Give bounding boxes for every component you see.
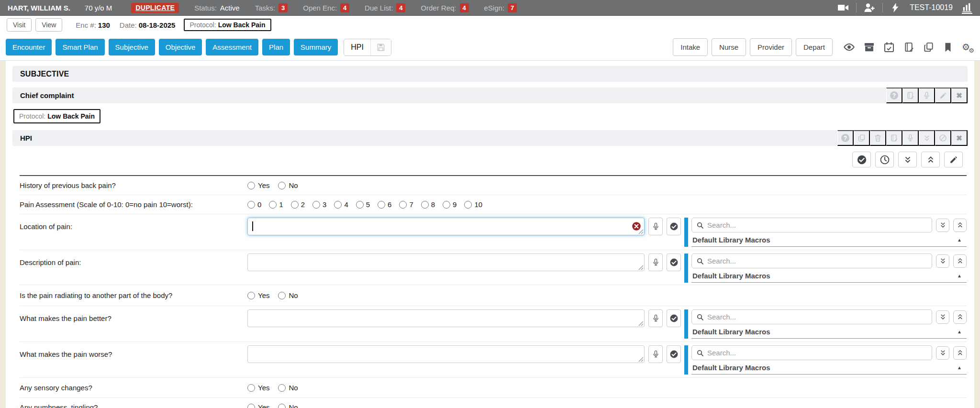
depart-button[interactable]: Depart bbox=[796, 38, 833, 56]
tasks-count-badge[interactable]: 3 bbox=[278, 3, 288, 12]
confirm-check-button[interactable] bbox=[667, 218, 681, 235]
radio-no[interactable]: No bbox=[278, 403, 298, 408]
tab-smart-plan[interactable]: Smart Plan bbox=[56, 39, 104, 55]
expand-all-button[interactable] bbox=[898, 152, 917, 167]
collapse-triangle-icon[interactable]: ▲ bbox=[957, 365, 962, 370]
radio-circle[interactable] bbox=[334, 201, 342, 209]
radio-circle[interactable] bbox=[278, 182, 286, 189]
radio-circle[interactable] bbox=[278, 292, 286, 299]
macros-group-header[interactable]: Default Library Macros ▲ bbox=[691, 360, 967, 374]
provider-button[interactable]: Provider bbox=[750, 38, 792, 56]
video-call-icon[interactable] bbox=[837, 2, 849, 13]
collapse-macros-button[interactable] bbox=[953, 310, 967, 324]
nurse-button[interactable]: Nurse bbox=[712, 38, 746, 56]
radio-circle[interactable] bbox=[356, 201, 364, 209]
macros-group-header[interactable]: Default Library Macros ▲ bbox=[691, 324, 967, 338]
resize-grip[interactable] bbox=[638, 356, 644, 362]
macro-search-input[interactable] bbox=[707, 313, 927, 321]
radio-scale-8[interactable]: 8 bbox=[421, 200, 435, 209]
collapse-chevrons-icon[interactable] bbox=[919, 130, 935, 146]
radio-no[interactable]: No bbox=[278, 181, 298, 189]
protocol-chip[interactable]: Protocol:Low Back Pain bbox=[13, 109, 100, 123]
radio-circle[interactable] bbox=[443, 201, 450, 209]
radio-scale-7[interactable]: 7 bbox=[399, 200, 413, 209]
dictate-mic-button[interactable] bbox=[648, 254, 663, 271]
radio-scale-1[interactable]: 1 bbox=[269, 200, 283, 209]
radio-yes[interactable]: Yes bbox=[247, 181, 269, 189]
radio-circle[interactable] bbox=[291, 201, 299, 209]
radio-scale-10[interactable]: 10 bbox=[464, 200, 482, 209]
pain-worse-input[interactable] bbox=[247, 345, 645, 363]
intake-button[interactable]: Intake bbox=[673, 38, 708, 56]
help-icon[interactable]: ? bbox=[837, 130, 854, 146]
radio-circle[interactable] bbox=[247, 201, 255, 209]
collapse-triangle-icon[interactable]: ▲ bbox=[957, 329, 962, 334]
archive-box-icon[interactable] bbox=[864, 42, 875, 53]
expand-macros-button[interactable] bbox=[936, 254, 949, 268]
save-button[interactable] bbox=[370, 39, 391, 55]
radio-circle[interactable] bbox=[247, 384, 255, 392]
description-of-pain-input[interactable] bbox=[247, 254, 645, 271]
esign-count-badge[interactable]: 7 bbox=[508, 3, 517, 12]
tab-assessment[interactable]: Assessment bbox=[206, 39, 258, 55]
edit-pencil-icon[interactable] bbox=[935, 88, 951, 103]
radio-scale-2[interactable]: 2 bbox=[291, 200, 305, 209]
resize-grip[interactable] bbox=[638, 229, 644, 234]
radio-circle[interactable] bbox=[278, 404, 286, 408]
collapse-triangle-icon[interactable]: ▲ bbox=[957, 273, 962, 278]
microphone-icon[interactable] bbox=[902, 130, 919, 146]
macros-group-header[interactable]: Default Library Macros ▲ bbox=[691, 232, 967, 246]
radio-scale-5[interactable]: 5 bbox=[356, 200, 370, 209]
eye-preview-icon[interactable] bbox=[843, 41, 855, 53]
collapse-all-button[interactable] bbox=[921, 152, 940, 167]
radio-circle[interactable] bbox=[247, 404, 255, 408]
radio-yes[interactable]: Yes bbox=[247, 291, 269, 299]
confirm-check-button[interactable] bbox=[667, 254, 681, 271]
radio-circle[interactable] bbox=[312, 201, 320, 209]
radio-scale-6[interactable]: 6 bbox=[378, 200, 391, 209]
tab-plan[interactable]: Plan bbox=[262, 39, 290, 55]
microphone-icon[interactable] bbox=[919, 88, 935, 103]
dictate-mic-button[interactable] bbox=[648, 218, 663, 235]
confirm-check-button[interactable] bbox=[667, 345, 681, 363]
expand-macros-button[interactable] bbox=[936, 310, 949, 324]
help-icon[interactable]: ? bbox=[886, 88, 902, 103]
radio-yes[interactable]: Yes bbox=[247, 384, 269, 392]
macro-search-input[interactable] bbox=[707, 257, 927, 265]
tab-hpi-current[interactable]: HPI bbox=[344, 39, 370, 55]
macro-search-input[interactable] bbox=[707, 221, 927, 229]
location-of-pain-input[interactable] bbox=[247, 218, 645, 235]
person-add-icon[interactable] bbox=[864, 2, 875, 13]
lightning-bolt-icon[interactable] bbox=[890, 2, 901, 13]
close-icon[interactable]: ✖ bbox=[951, 130, 968, 146]
bookmark-icon[interactable] bbox=[943, 42, 953, 53]
radio-scale-0[interactable]: 0 bbox=[247, 200, 261, 209]
close-icon[interactable]: ✖ bbox=[951, 88, 968, 103]
radio-circle[interactable] bbox=[421, 201, 429, 209]
radio-circle[interactable] bbox=[247, 182, 255, 189]
collapse-macros-button[interactable] bbox=[953, 254, 967, 268]
expand-macros-button[interactable] bbox=[936, 346, 949, 360]
radio-scale-3[interactable]: 3 bbox=[312, 200, 326, 209]
tab-encounter[interactable]: Encounter bbox=[6, 39, 52, 55]
radio-circle[interactable] bbox=[399, 201, 407, 209]
calendar-check-icon[interactable] bbox=[883, 42, 895, 53]
trash-icon[interactable] bbox=[870, 130, 886, 146]
book-log-icon[interactable] bbox=[886, 130, 902, 146]
order-req-count-badge[interactable]: 4 bbox=[460, 3, 469, 12]
radio-scale-4[interactable]: 4 bbox=[334, 200, 348, 209]
radio-circle[interactable] bbox=[269, 201, 277, 209]
history-clock-button[interactable] bbox=[875, 152, 894, 167]
book-log-icon[interactable] bbox=[903, 42, 914, 53]
collapse-macros-button[interactable] bbox=[953, 219, 967, 232]
copy-pages-icon[interactable] bbox=[923, 42, 934, 53]
open-enc-count-badge[interactable]: 4 bbox=[340, 3, 349, 12]
confirm-check-button[interactable] bbox=[667, 309, 681, 327]
expand-macros-button[interactable] bbox=[936, 219, 949, 232]
radio-yes[interactable]: Yes bbox=[247, 403, 269, 408]
tab-objective[interactable]: Objective bbox=[159, 39, 202, 55]
radio-no[interactable]: No bbox=[278, 384, 298, 392]
visit-button[interactable]: Visit bbox=[7, 18, 32, 32]
stats-chart-icon[interactable] bbox=[962, 2, 972, 14]
radio-circle[interactable] bbox=[247, 292, 255, 299]
